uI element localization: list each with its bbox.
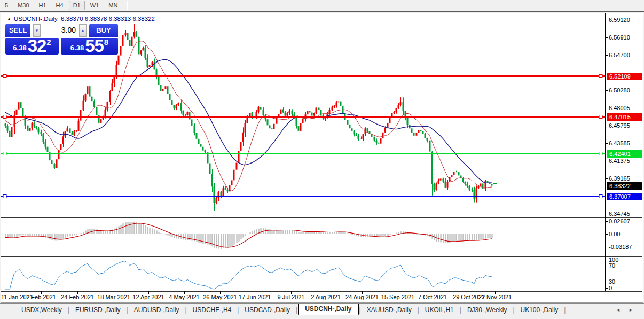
- tab-eurusd-daily[interactable]: EURUSD-,Daily: [70, 305, 126, 315]
- volume-increase-button[interactable]: ▲: [79, 24, 87, 37]
- timeframe-button-d1[interactable]: D1: [69, 1, 85, 10]
- tab-scroll-left-icon[interactable]: ◄: [616, 307, 621, 313]
- buy-price-fraction: 8: [104, 37, 108, 46]
- volume-decrease-button[interactable]: ▼: [33, 24, 41, 37]
- volume-input[interactable]: 3.00: [41, 24, 79, 37]
- timeframe-button-w1[interactable]: W1: [86, 1, 104, 10]
- tab-usdx-weekly[interactable]: USDX,Weekly: [16, 305, 67, 315]
- sell-price-display[interactable]: 6.38322: [5, 38, 59, 55]
- buy-price-pips: 55: [85, 38, 104, 54]
- sell-button[interactable]: SELL: [5, 24, 30, 37]
- toolbar-separator: [127, 1, 128, 10]
- tab-dj30-weekly[interactable]: DJ30-,Weekly: [462, 305, 512, 315]
- tab-xauusd-daily[interactable]: XAUUSD-,Daily: [362, 305, 417, 315]
- sell-price-fraction: 2: [46, 37, 51, 46]
- tab-usdcad-daily[interactable]: USDCAD-,Daily: [239, 305, 295, 315]
- sell-price-pips: 32: [28, 38, 46, 54]
- one-click-trading-panel: SELL ▼ 3.00 ▲ BUY 6.38322 6.38558: [5, 24, 118, 55]
- tab-usdcnh-daily[interactable]: USDCNH-,Daily: [298, 304, 358, 315]
- tab-ukoil-h1[interactable]: UKOil-,H1: [420, 305, 459, 315]
- tab-uk100-daily[interactable]: UK100-,Daily: [515, 305, 564, 315]
- chart-tab-bar: ◄ ► USDX,Weekly|EURUSD-,Daily|AUDUSD-,Da…: [0, 303, 644, 316]
- timeframe-button-mn[interactable]: MN: [104, 1, 122, 10]
- timeframe-button-m30[interactable]: M30: [13, 1, 33, 10]
- timeframe-button-h1[interactable]: H1: [35, 1, 51, 10]
- tab-scroll-right-icon[interactable]: ►: [629, 307, 633, 313]
- timeframe-toolbar: 5M30H1H4D1W1MN: [0, 0, 644, 12]
- buy-price-prefix: 6.38: [70, 44, 84, 52]
- tab-separator: |: [563, 306, 566, 314]
- chart-symbol-title: USDCNH-,Daily: [14, 15, 58, 22]
- chart-ohlc-values: 6.38370 6.38378 6.38313 6.38322: [61, 15, 155, 22]
- timeframe-button-h4[interactable]: H4: [52, 1, 68, 10]
- buy-price-display[interactable]: 6.38558: [61, 38, 118, 55]
- sell-price-prefix: 6.38: [13, 44, 26, 52]
- tab-usdchf-h4[interactable]: USDCHF-,H4: [187, 305, 237, 315]
- collapse-triangle-icon[interactable]: ▲: [7, 17, 11, 21]
- chart-header: ▲USDCNH-,Daily 6.38370 6.38378 6.38313 6…: [7, 15, 155, 22]
- timeframe-button-5[interactable]: 5: [1, 1, 12, 10]
- tab-audusd-daily[interactable]: AUDUSD-,Daily: [129, 305, 185, 315]
